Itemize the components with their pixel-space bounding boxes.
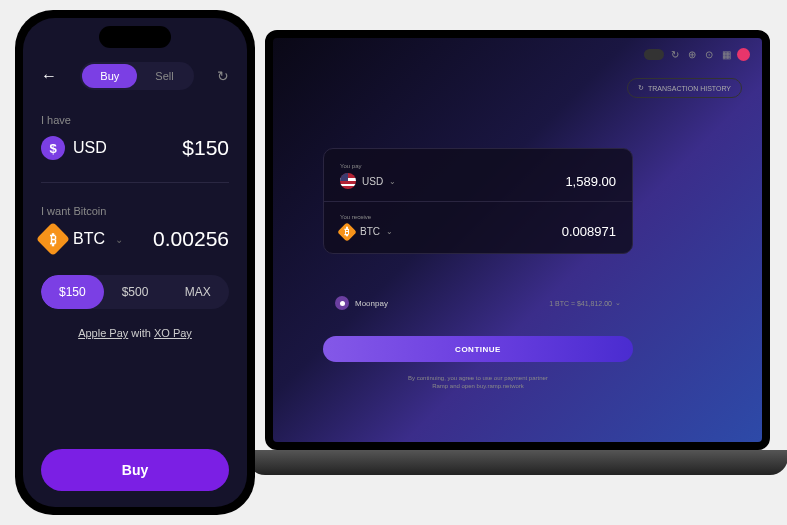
- preset-max[interactable]: MAX: [166, 275, 229, 309]
- pay-currency-code: USD: [362, 176, 383, 187]
- exchange-rate: 1 BTC = $41,812.00: [549, 300, 612, 307]
- transaction-history-button[interactable]: ↻ TRANSACTION HISTORY: [627, 78, 742, 98]
- disclaimer-line1: By continuing, you agree to use our paym…: [323, 374, 633, 382]
- divider: [41, 182, 229, 183]
- want-currency-code: BTC: [73, 230, 105, 248]
- have-currency-code: USD: [73, 139, 107, 157]
- chevron-down-icon: ⌄: [386, 227, 393, 236]
- settings-icon[interactable]: ⊙: [703, 49, 715, 61]
- btc-icon: ₿: [36, 222, 70, 256]
- receive-label: You receive: [340, 214, 616, 220]
- buy-sell-tabs: Buy Sell: [80, 62, 193, 90]
- disclaimer: By continuing, you agree to use our paym…: [323, 374, 633, 391]
- have-currency-selector[interactable]: $ USD: [41, 136, 107, 160]
- chevron-down-icon: ⌄: [615, 299, 621, 307]
- phone-screen: ← Buy Sell ↻ I have $ USD $150 I want Bi…: [23, 18, 247, 507]
- phone-notch: [99, 26, 171, 48]
- want-amount: 0.00256: [153, 227, 229, 251]
- apple-pay-label: Apple Pay: [78, 327, 128, 339]
- theme-toggle[interactable]: [644, 49, 664, 60]
- xo-pay-label: XO Pay: [154, 327, 192, 339]
- us-flag-icon: [340, 173, 356, 189]
- buy-button[interactable]: Buy: [41, 449, 229, 491]
- pay-label: You pay: [340, 163, 616, 169]
- continue-label: CONTINUE: [455, 345, 501, 354]
- pay-with-text: with: [128, 327, 154, 339]
- preset-150[interactable]: $150: [41, 275, 104, 309]
- pay-amount[interactable]: 1,589.00: [565, 174, 616, 189]
- phone-device: ← Buy Sell ↻ I have $ USD $150 I want Bi…: [15, 10, 255, 515]
- have-amount[interactable]: $150: [182, 136, 229, 160]
- usd-icon: $: [41, 136, 65, 160]
- have-label: I have: [41, 114, 229, 126]
- tab-buy[interactable]: Buy: [82, 64, 137, 88]
- transaction-history-label: TRANSACTION HISTORY: [648, 85, 731, 92]
- laptop-base: [247, 450, 787, 475]
- receive-amount: 0.008971: [562, 224, 616, 239]
- history-icon[interactable]: ↻: [217, 68, 229, 84]
- i-want-section: I want Bitcoin ₿ BTC ⌄ 0.00256: [41, 205, 229, 251]
- exchange-card: You pay USD ⌄ 1,589.00 You receive ₿ BTC…: [323, 148, 633, 254]
- i-have-section: I have $ USD $150: [41, 114, 229, 160]
- continue-button[interactable]: CONTINUE: [323, 336, 633, 362]
- pay-currency-selector[interactable]: USD ⌄: [340, 173, 396, 189]
- payment-method[interactable]: Apple Pay with XO Pay: [41, 327, 229, 339]
- refresh-icon: ↻: [638, 84, 644, 92]
- history-icon[interactable]: ↻: [669, 49, 681, 61]
- disclaimer-line2: Ramp and open buy.ramp.network: [323, 382, 633, 390]
- laptop-screen: ↻ ⊕ ⊙ ▦ ↻ TRANSACTION HISTORY You pay US…: [265, 30, 770, 450]
- provider-selector[interactable]: Moonpay 1 BTC = $41,812.00 ⌄: [323, 288, 633, 318]
- want-label: I want Bitcoin: [41, 205, 229, 217]
- tab-sell[interactable]: Sell: [137, 64, 191, 88]
- moonpay-icon: [335, 296, 349, 310]
- want-currency-selector[interactable]: ₿ BTC ⌄: [41, 227, 123, 251]
- avatar[interactable]: [737, 48, 750, 61]
- preset-500[interactable]: $500: [104, 275, 167, 309]
- laptop-device: ↻ ⊕ ⊙ ▦ ↻ TRANSACTION HISTORY You pay US…: [265, 30, 770, 475]
- receive-currency-code: BTC: [360, 226, 380, 237]
- provider-name: Moonpay: [355, 299, 388, 308]
- laptop-topbar: ↻ ⊕ ⊙ ▦: [644, 48, 750, 61]
- amount-presets: $150 $500 MAX: [41, 275, 229, 309]
- btc-icon: ₿: [337, 222, 357, 242]
- back-button[interactable]: ←: [41, 67, 57, 85]
- add-icon[interactable]: ⊕: [686, 49, 698, 61]
- buy-button-label: Buy: [122, 462, 148, 478]
- phone-header: ← Buy Sell ↻: [41, 62, 229, 90]
- chevron-down-icon: ⌄: [115, 234, 123, 245]
- receive-currency-selector[interactable]: ₿ BTC ⌄: [340, 225, 393, 239]
- divider: [324, 201, 632, 202]
- grid-icon[interactable]: ▦: [720, 49, 732, 61]
- chevron-down-icon: ⌄: [389, 177, 396, 186]
